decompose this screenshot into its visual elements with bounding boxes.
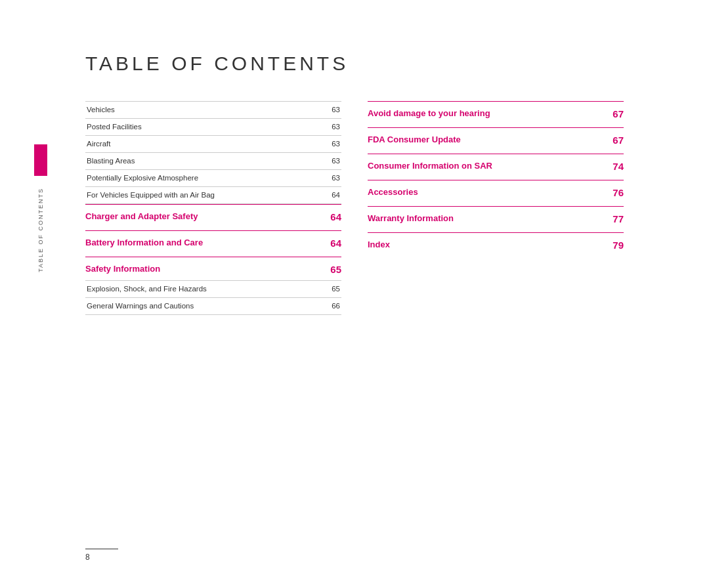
toc-section: Safety Information65 Explosion, Shock, a… xyxy=(85,257,341,318)
section-row: Consumer Information on SAR74 xyxy=(368,161,624,172)
page-number: 8 xyxy=(85,553,90,562)
table-row: Explosion, Shock, and Fire Hazards 65 xyxy=(85,280,341,297)
section-page: 76 xyxy=(612,187,624,198)
page-title: TABLE OF CONTENTS xyxy=(85,52,624,75)
entry-page: 63 xyxy=(322,102,341,119)
toc-section: Battery Information and Care64 xyxy=(85,230,341,257)
right-sections: Avoid damage to your hearing67FDA Consum… xyxy=(368,101,624,259)
entry-page: 66 xyxy=(322,297,341,314)
entry-page: 63 xyxy=(322,135,341,152)
toc-section: FDA Consumer Update67 xyxy=(368,127,624,154)
page-number-line xyxy=(85,549,118,549)
toc-section: Accessories76 xyxy=(368,180,624,206)
entry-title: Potentially Explosive Atmosphere xyxy=(85,169,322,186)
regular-entries-table: Vehicles 63 Posted Facilities 63 Aircraf… xyxy=(85,101,341,204)
toc-columns: Vehicles 63 Posted Facilities 63 Aircraf… xyxy=(85,101,624,318)
sidebar-label-text: TABLE OF CONTENTS xyxy=(37,188,44,272)
section-page: 77 xyxy=(612,213,624,224)
entry-title: Blasting Areas xyxy=(85,152,322,169)
sidebar: TABLE OF CONTENTS xyxy=(34,144,47,341)
entry-page: 63 xyxy=(322,118,341,135)
entry-title: Aircraft xyxy=(85,135,322,152)
entry-title: General Warnings and Cautions xyxy=(85,297,322,314)
entry-page: 65 xyxy=(322,280,341,297)
table-row: For Vehicles Equipped with an Air Bag 64 xyxy=(85,186,341,203)
left-column: Vehicles 63 Posted Facilities 63 Aircraf… xyxy=(85,101,341,318)
sidebar-pink-bar xyxy=(34,144,47,176)
section-page: 64 xyxy=(330,211,341,222)
section-page: 67 xyxy=(612,108,624,119)
entry-title: For Vehicles Equipped with an Air Bag xyxy=(85,186,322,203)
toc-section: Consumer Information on SAR74 xyxy=(368,154,624,180)
section-row: Battery Information and Care64 xyxy=(85,238,341,249)
toc-section: Charger and Adapter Safety64 xyxy=(85,204,341,230)
section-page: 74 xyxy=(612,161,624,172)
section-title: Index xyxy=(368,240,607,251)
section-title: Charger and Adapter Safety xyxy=(85,211,325,222)
section-page: 67 xyxy=(612,135,624,146)
table-row: General Warnings and Cautions 66 xyxy=(85,297,341,314)
section-title: Avoid damage to your hearing xyxy=(368,108,607,119)
section-title: FDA Consumer Update xyxy=(368,135,607,146)
left-sections: Charger and Adapter Safety64Battery Info… xyxy=(85,204,341,318)
section-row: Accessories76 xyxy=(368,187,624,198)
toc-section: Avoid damage to your hearing67 xyxy=(368,101,624,127)
section-title: Consumer Information on SAR xyxy=(368,161,607,172)
page-container: TABLE OF CONTENTS TABLE OF CONTENTS Vehi… xyxy=(0,0,709,588)
entry-page: 63 xyxy=(322,152,341,169)
toc-section: Warranty Information77 xyxy=(368,206,624,232)
table-row: Posted Facilities 63 xyxy=(85,118,341,135)
entry-title: Posted Facilities xyxy=(85,118,322,135)
sub-entries-table: Explosion, Shock, and Fire Hazards 65 Ge… xyxy=(85,280,341,315)
toc-section: Index79 xyxy=(368,232,624,259)
right-column: Avoid damage to your hearing67FDA Consum… xyxy=(368,101,624,318)
section-title: Warranty Information xyxy=(368,213,607,224)
entry-page: 64 xyxy=(322,186,341,203)
section-row: FDA Consumer Update67 xyxy=(368,135,624,146)
main-content: TABLE OF CONTENTS Vehicles 63 Posted Fac… xyxy=(85,52,624,318)
page-number-container: 8 xyxy=(85,549,118,562)
section-page: 79 xyxy=(612,240,624,251)
section-row: Warranty Information77 xyxy=(368,213,624,224)
section-title: Battery Information and Care xyxy=(85,238,325,249)
entry-page: 63 xyxy=(322,169,341,186)
table-row: Potentially Explosive Atmosphere 63 xyxy=(85,169,341,186)
section-row: Index79 xyxy=(368,240,624,251)
section-row: Safety Information65 xyxy=(85,264,341,275)
section-row: Avoid damage to your hearing67 xyxy=(368,108,624,119)
section-page: 64 xyxy=(330,238,341,249)
entry-title: Explosion, Shock, and Fire Hazards xyxy=(85,280,322,297)
table-row: Blasting Areas 63 xyxy=(85,152,341,169)
table-row: Vehicles 63 xyxy=(85,102,341,119)
section-row: Charger and Adapter Safety64 xyxy=(85,211,341,222)
entry-title: Vehicles xyxy=(85,102,322,119)
section-title: Safety Information xyxy=(85,264,325,275)
table-row: Aircraft 63 xyxy=(85,135,341,152)
section-title: Accessories xyxy=(368,187,607,198)
section-page: 65 xyxy=(330,264,341,275)
